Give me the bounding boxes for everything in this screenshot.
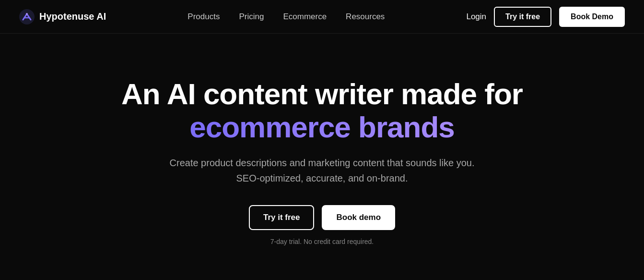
hero-subtitle: Create product descriptions and marketin… [170, 155, 475, 186]
hero-title-line1: An AI content writer made for [121, 77, 523, 110]
hero-title-line2: ecommerce brands [189, 110, 455, 144]
nav-book-demo-button[interactable]: Book Demo [559, 7, 625, 27]
nav-links: Products Pricing Ecommerce Resources [187, 12, 385, 22]
hero-subtitle-line2: SEO-optimized, accurate, and on-brand. [236, 173, 408, 183]
hero-try-free-button[interactable]: Try it free [249, 205, 315, 230]
nav-link-products[interactable]: Products [187, 12, 220, 22]
nav-link-pricing[interactable]: Pricing [239, 12, 264, 22]
hero-trial-text: 7-day trial. No credit card required. [270, 238, 374, 245]
hero-buttons: Try it free Book demo [249, 205, 395, 230]
logo[interactable]: Hypotenuse AI [19, 9, 106, 24]
nav-try-free-button[interactable]: Try it free [494, 7, 551, 27]
hero-section: An AI content writer made for ecommerce … [0, 34, 644, 280]
logo-icon [19, 9, 35, 24]
hero-book-demo-button[interactable]: Book demo [322, 205, 395, 230]
login-button[interactable]: Login [466, 12, 486, 22]
nav-link-ecommerce[interactable]: Ecommerce [283, 12, 327, 22]
logo-text: Hypotenuse AI [39, 11, 106, 22]
nav-link-resources[interactable]: Resources [346, 12, 385, 22]
hero-subtitle-line1: Create product descriptions and marketin… [170, 158, 475, 168]
navbar: Hypotenuse AI Products Pricing Ecommerce… [0, 0, 644, 34]
svg-point-0 [19, 9, 35, 24]
svg-point-1 [26, 13, 28, 15]
hero-title: An AI content writer made for ecommerce … [121, 78, 523, 143]
nav-actions: Login Try it free Book Demo [466, 7, 625, 27]
